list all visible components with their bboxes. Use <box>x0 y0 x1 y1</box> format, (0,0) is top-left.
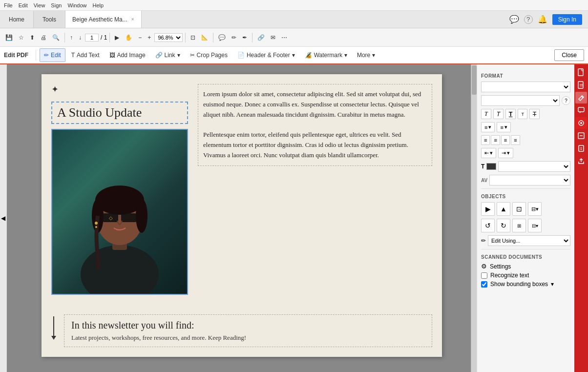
select-tool-button[interactable]: ▶ <box>112 31 122 44</box>
watermark-icon: 🔏 <box>305 52 312 59</box>
link-button-edit[interactable]: 🔗 Link ▾ <box>151 48 184 62</box>
page-number-input[interactable] <box>85 34 99 41</box>
edit-toolbar: Edit PDF ✏ Edit T Add Text 🖼 Add Image 🔗… <box>0 47 588 64</box>
rotate-cw-button[interactable]: ↻ <box>497 219 510 232</box>
header-footer-icon: 📄 <box>237 52 245 59</box>
more-edit-button[interactable]: More ▾ <box>353 48 379 62</box>
text-style-italic[interactable]: T <box>493 109 504 119</box>
recognize-checkbox[interactable] <box>481 272 487 279</box>
chat-icon[interactable]: 💬 <box>509 15 519 24</box>
close-button[interactable]: Close <box>554 49 584 61</box>
next-page-button[interactable]: ↓ <box>76 31 84 44</box>
arrange-button[interactable]: ⊟▾ <box>528 219 542 232</box>
right-icon-comment[interactable] <box>575 104 587 116</box>
more-toolbar-button[interactable]: ⋯ <box>279 31 290 44</box>
rotate-ccw-button[interactable]: ↺ <box>481 219 495 232</box>
numbered-list-button[interactable]: ≡ ▾ <box>497 122 510 132</box>
help-icon[interactable]: ? <box>562 96 570 105</box>
flip-horizontal-button[interactable]: ▶ <box>481 202 495 216</box>
tab-close-button[interactable]: × <box>131 17 134 22</box>
right-icon-protect[interactable] <box>575 143 587 154</box>
measure-button[interactable]: 📐 <box>199 31 210 44</box>
align-left-button[interactable]: ≡ <box>481 135 490 145</box>
scroll-thumb[interactable] <box>472 65 477 95</box>
menu-sign[interactable]: Sign <box>51 2 62 8</box>
edit-button[interactable]: ✏ Edit <box>40 48 65 62</box>
tab-tools[interactable]: Tools <box>34 11 65 28</box>
right-icon-edit[interactable] <box>575 92 587 103</box>
menu-window[interactable]: Window <box>67 2 86 8</box>
text-style-serif[interactable]: T <box>481 109 491 119</box>
search-button[interactable]: 🔍 <box>50 31 62 44</box>
bounding-checkbox[interactable] <box>481 281 487 288</box>
link-button[interactable]: 🔗 <box>255 31 267 44</box>
text-style-superscript[interactable]: T <box>518 109 527 119</box>
right-icon-pdf[interactable] <box>575 66 587 78</box>
flip-vertical-button[interactable]: ▲ <box>497 202 510 216</box>
align-object-button[interactable]: ⊟▾ <box>528 202 542 216</box>
tab-document[interactable]: Beige Aesthetic Ma... × <box>65 11 142 28</box>
menu-view[interactable]: View <box>34 2 45 8</box>
pdf-title[interactable]: A Studio Update <box>51 102 188 124</box>
bullet-list-arrow: ▾ <box>488 124 491 130</box>
edit-using-select[interactable]: Edit Using... <box>488 235 570 246</box>
zoom-select[interactable]: 96.8% 100% 125% 150% <box>154 33 183 42</box>
font-family-select[interactable] <box>481 82 570 92</box>
vertical-scrollbar[interactable] <box>471 64 477 372</box>
print-button[interactable]: 🖨 <box>38 31 49 44</box>
settings-label[interactable]: Settings <box>490 263 511 270</box>
tab-home[interactable]: Home <box>0 11 34 28</box>
format-panel: FORMAT ? T T T T T ≡ ▾ <box>477 64 574 372</box>
pen-button[interactable]: ✏ <box>229 31 239 44</box>
font-size-select[interactable] <box>481 95 560 106</box>
bell-icon[interactable]: 🔔 <box>538 15 547 24</box>
crop-object-button[interactable]: ⊡ <box>512 202 526 216</box>
add-text-button[interactable]: T Add Text <box>67 48 104 62</box>
right-icon-compress[interactable] <box>575 130 587 142</box>
right-icon-fill[interactable] <box>575 117 587 129</box>
save-button[interactable]: 💾 <box>3 31 15 44</box>
right-icon-share2[interactable] <box>575 155 587 167</box>
share-button[interactable]: ⬆ <box>27 31 37 44</box>
color-select[interactable] <box>498 161 570 172</box>
watermark-button[interactable]: 🔏 Watermark ▾ <box>301 48 351 62</box>
bounding-row: Show bounding boxes ▾ <box>481 281 570 288</box>
crop-pages-button[interactable]: ✂ Crop Pages <box>186 48 231 62</box>
sign-button[interactable]: ✒ <box>240 31 250 44</box>
edit-using-row: ✏ Edit Using... <box>481 235 570 246</box>
hand-tool-button[interactable]: ✋ <box>123 31 135 44</box>
text-color-picker[interactable] <box>486 163 496 170</box>
newsletter-box[interactable]: In this newsletter you will find: Latest… <box>64 314 432 347</box>
right-icon-export[interactable] <box>575 79 587 91</box>
bullet-list-button[interactable]: ≡ ▾ <box>481 122 495 132</box>
comment-button[interactable]: 💬 <box>216 31 228 44</box>
add-image-button[interactable]: 🖼 Add Image <box>105 48 149 62</box>
email-button[interactable]: ✉ <box>268 31 278 44</box>
pdf-image-container[interactable]: ◇ <box>51 129 188 295</box>
pencil-icon: ✏ <box>481 237 486 244</box>
align-justify-button[interactable]: ≡ <box>511 135 520 145</box>
align-right-button[interactable]: ≡ <box>501 135 510 145</box>
align-center-button[interactable]: ≡ <box>491 135 500 145</box>
text-style-strikethrough[interactable]: T <box>529 109 540 119</box>
av-select[interactable] <box>489 175 570 186</box>
crop-fit-button[interactable]: ⊡ <box>188 31 198 44</box>
left-panel-toggle[interactable]: ◀ <box>0 64 7 372</box>
bookmark-button[interactable]: ☆ <box>16 31 26 44</box>
text-style-row: T T T T T <box>481 109 570 119</box>
zoom-out-button[interactable]: − <box>136 31 144 44</box>
menu-help[interactable]: Help <box>93 2 104 8</box>
header-footer-button[interactable]: 📄 Header & Footer ▾ <box>233 48 299 62</box>
help-icon[interactable]: ? <box>524 15 533 24</box>
replace-object-button[interactable]: ⊞ <box>512 219 526 232</box>
menu-edit[interactable]: Edit <box>19 2 28 8</box>
text-style-bold[interactable]: T <box>505 109 516 119</box>
indent-increase-button[interactable]: ⇥▾ <box>498 148 513 158</box>
indent-decrease-button[interactable]: ⇤▾ <box>481 148 496 158</box>
menu-file[interactable]: File <box>4 2 13 8</box>
sign-in-button[interactable]: Sign In <box>552 14 582 25</box>
prev-page-button[interactable]: ↑ <box>67 31 75 44</box>
pdf-image: ◇ <box>52 130 187 294</box>
pdf-body-text-1[interactable]: Lorem ipsum dolor sit amet, consectetur … <box>198 84 432 166</box>
zoom-in-button[interactable]: + <box>145 31 153 44</box>
